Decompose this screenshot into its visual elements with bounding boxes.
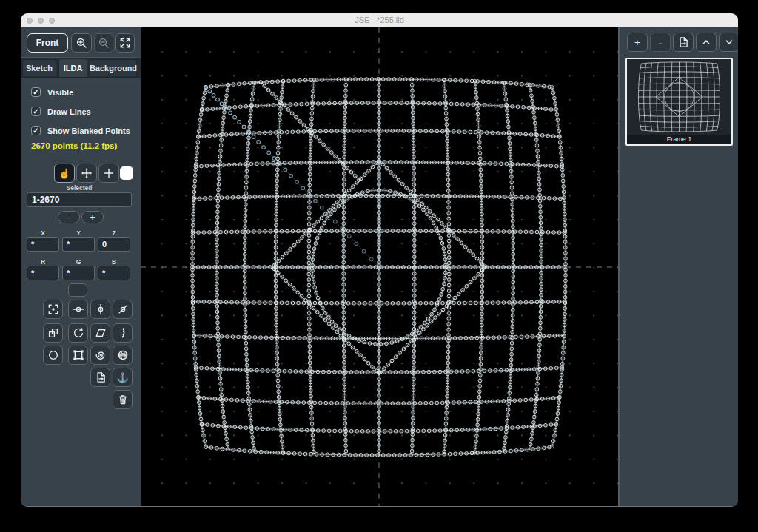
points-status: 2670 points (11.2 fps) [31, 141, 117, 150]
focus-icon [47, 303, 59, 315]
draw-lines-checkbox-row: ✓ Draw Lines [31, 107, 91, 116]
editor-canvas[interactable] [141, 27, 618, 506]
y-label: Y [62, 229, 95, 237]
tab-background[interactable]: Background [90, 59, 137, 76]
resize-tool-button[interactable] [43, 323, 63, 343]
point-horizontal-icon [73, 303, 84, 315]
trash-icon [117, 394, 129, 405]
view-front-button[interactable]: Front [27, 33, 68, 53]
export-image-button[interactable] [90, 368, 110, 387]
twist-tool-button[interactable] [113, 323, 133, 343]
window-content: Front Sketch ILDA Background ✓ Visible ✓ [21, 27, 738, 506]
frame-thumbnail[interactable]: Frame 1 [625, 58, 733, 146]
tab-sketch[interactable]: Sketch [22, 59, 56, 76]
anchor-tool-button[interactable]: ⚓ [113, 368, 133, 387]
sphere-tool-button[interactable] [113, 346, 133, 365]
duplicate-frame-icon [677, 36, 689, 48]
show-blanked-checkbox[interactable]: ✓ [31, 126, 41, 135]
hand-icon: ☝ [58, 169, 70, 178]
move-icon [81, 167, 93, 179]
ilda-canvas-svg [141, 27, 618, 506]
zoom-in-button[interactable] [71, 33, 92, 53]
tab-ilda[interactable]: ILDA [58, 58, 87, 77]
chevron-down-icon [723, 36, 735, 48]
title-bar: JSE - *255.ild [21, 13, 738, 28]
oval-tool-button[interactable] [43, 346, 63, 365]
screen: { "window": { "title": "JSE - *255.ild",… [0, 0, 758, 532]
visible-checkbox[interactable]: ✓ [31, 87, 41, 97]
hand-tool-button[interactable]: ☝ [54, 164, 75, 183]
tab-bar: Sketch ILDA Background [21, 57, 141, 78]
window-title: JSE - *255.ild [21, 16, 738, 24]
selected-label: Selected [27, 184, 132, 192]
point-v-tool-button[interactable] [90, 300, 110, 319]
sphere-icon [117, 349, 129, 361]
frames-panel: + - Frame 1 [618, 27, 738, 506]
plus-icon [103, 167, 115, 179]
x-label: X [27, 229, 59, 237]
focus-tool-button[interactable] [43, 300, 63, 319]
g-label: G [62, 258, 95, 266]
resize-icon [47, 327, 59, 339]
b-label: B [98, 258, 130, 266]
twist-icon [117, 327, 129, 339]
frame-distort-icon [73, 349, 84, 361]
visible-checkbox-row: ✓ Visible [31, 87, 73, 97]
duplicate-frame-button[interactable] [673, 33, 694, 52]
selection-range-input[interactable] [27, 192, 132, 207]
add-point-tool-button[interactable] [98, 164, 119, 183]
point-h-tool-button[interactable] [68, 300, 88, 319]
frame-up-button[interactable] [696, 33, 717, 52]
export-image-icon [95, 371, 107, 383]
spiral-tool-button[interactable] [90, 346, 110, 365]
oval-icon [47, 349, 59, 361]
visible-label: Visible [47, 88, 73, 97]
anchor-icon: ⚓ [116, 373, 128, 383]
point-diagonal-icon [117, 303, 129, 315]
show-blanked-label: Show Blanked Points [47, 127, 130, 135]
spiral-icon [95, 349, 107, 361]
draw-lines-checkbox[interactable]: ✓ [31, 107, 41, 116]
delete-button[interactable] [113, 390, 133, 409]
selection-minus-button[interactable]: - [58, 211, 80, 223]
left-panel: Front Sketch ILDA Background ✓ Visible ✓ [21, 27, 141, 506]
frame-down-button[interactable] [719, 33, 738, 52]
frame-thumbnail-svg [627, 59, 731, 144]
selection-plus-button[interactable]: + [81, 211, 104, 223]
x-field[interactable] [27, 237, 59, 252]
skew-icon [95, 327, 107, 339]
zoom-out-icon [98, 37, 110, 49]
move-points-tool-button[interactable] [76, 164, 97, 183]
g-field[interactable] [62, 266, 95, 280]
point-diag-tool-button[interactable] [113, 300, 133, 319]
fit-view-button[interactable] [115, 33, 135, 53]
z-label: Z [98, 229, 130, 237]
r-field[interactable] [27, 266, 59, 280]
remove-frame-button[interactable]: - [650, 33, 671, 52]
rotate-tool-button[interactable] [68, 323, 88, 343]
draw-color-swatch[interactable] [120, 166, 133, 180]
point-vertical-icon [95, 303, 107, 315]
draw-lines-label: Draw Lines [47, 107, 91, 116]
y-field[interactable] [62, 237, 95, 252]
rotate-icon [73, 327, 84, 339]
chevron-up-icon [700, 36, 712, 48]
frame-distort-tool-button[interactable] [68, 346, 88, 365]
zoom-in-icon [76, 37, 87, 49]
zoom-out-button[interactable] [94, 33, 113, 53]
b-field[interactable] [98, 266, 130, 280]
frame-label: Frame 1 [627, 135, 731, 144]
color-well[interactable] [68, 283, 87, 297]
r-label: R [27, 258, 59, 266]
skew-tool-button[interactable] [90, 323, 110, 343]
expand-icon [119, 37, 131, 49]
app-window: JSE - *255.ild Front Sketch ILDA Backgro… [21, 13, 738, 507]
show-blanked-checkbox-row: ✓ Show Blanked Points [31, 126, 130, 135]
add-frame-button[interactable]: + [627, 33, 648, 52]
z-field[interactable] [98, 237, 130, 252]
